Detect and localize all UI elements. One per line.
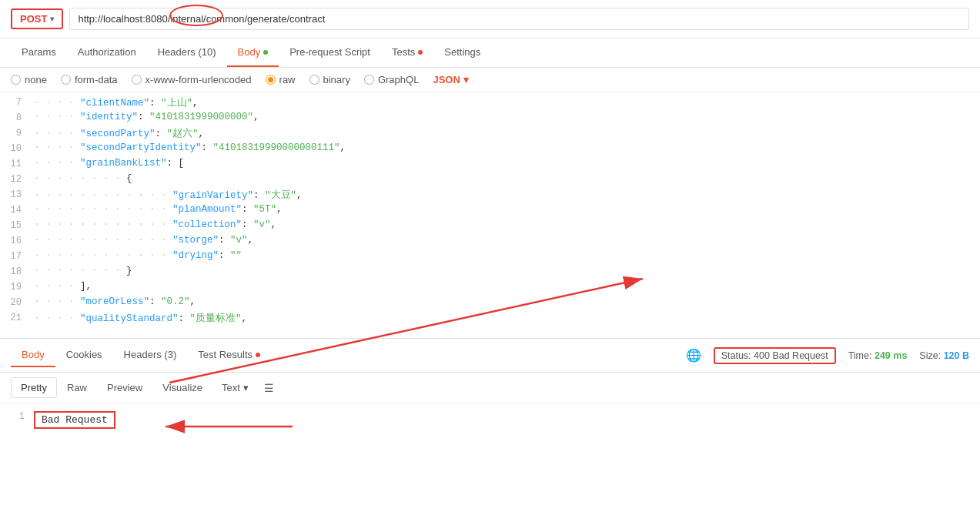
radio-graphql bbox=[364, 75, 374, 85]
json-chevron-icon: ▾ bbox=[463, 74, 469, 85]
code-line-21: 21 · · · · "qualityStandard": "质量标准", bbox=[0, 311, 980, 326]
code-line-9: 9 · · · · "secondParty": "赵六", bbox=[0, 126, 980, 142]
body-type-raw[interactable]: raw bbox=[266, 74, 296, 85]
fmt-tab-preview[interactable]: Preview bbox=[97, 377, 152, 398]
tab-pre-request[interactable]: Pre-request Script bbox=[279, 38, 381, 67]
code-line-10: 10 · · · · "secondPartyIdentity": "41018… bbox=[0, 142, 980, 157]
radio-form-data bbox=[61, 75, 71, 85]
body-type-form-data[interactable]: form-data bbox=[61, 74, 118, 85]
radio-raw bbox=[266, 75, 276, 85]
code-line-19: 19 · · · · ], bbox=[0, 280, 980, 296]
code-line-12: 12 · · · · · · · · { bbox=[0, 172, 980, 188]
tab-headers[interactable]: Headers (10) bbox=[147, 38, 227, 67]
fmt-tab-visualize[interactable]: Visualize bbox=[152, 377, 212, 398]
response-size-label: Size: 120 B bbox=[919, 350, 969, 361]
test-results-dot-icon bbox=[256, 353, 260, 357]
tab-params[interactable]: Params bbox=[11, 38, 67, 67]
tab-settings[interactable]: Settings bbox=[433, 38, 491, 67]
tab-authorization[interactable]: Authorization bbox=[67, 38, 147, 67]
body-type-urlencoded[interactable]: x-www-form-urlencoded bbox=[132, 74, 252, 85]
body-type-bar: none form-data x-www-form-urlencoded raw… bbox=[0, 68, 980, 92]
code-line-8: 8 · · · · "identity": "4101831999000000"… bbox=[0, 111, 980, 126]
tab-body[interactable]: Body bbox=[227, 38, 279, 67]
tests-dot-icon bbox=[418, 50, 423, 55]
response-tab-bar: Body Cookies Headers (3) Test Results 🌐 … bbox=[0, 339, 980, 373]
response-section: Body Cookies Headers (3) Test Results 🌐 … bbox=[0, 339, 980, 460]
status-badge: Status: 400 Bad Request bbox=[714, 347, 836, 364]
response-body: 1 Bad Request bbox=[0, 403, 980, 460]
code-line-20: 20 · · · · "moreOrLess": "0.2", bbox=[0, 296, 980, 311]
diagonal-arrow-svg bbox=[0, 429, 980, 460]
body-type-graphql[interactable]: GraphQL bbox=[364, 74, 419, 85]
wrap-lines-icon[interactable]: ☰ bbox=[264, 382, 274, 394]
radio-urlencoded bbox=[132, 75, 142, 85]
request-body-editor[interactable]: 7 · · · · "clientName": "上山", 8 · · · · … bbox=[0, 92, 980, 339]
radio-none bbox=[11, 75, 21, 85]
body-type-binary[interactable]: binary bbox=[309, 74, 350, 85]
response-status-area: 🌐 Status: 400 Bad Request Time: 249 ms S… bbox=[686, 347, 969, 364]
url-bar: POST ▾ bbox=[0, 0, 980, 38]
tab-tests[interactable]: Tests bbox=[381, 38, 433, 67]
resp-tab-cookies[interactable]: Cookies bbox=[55, 343, 113, 367]
response-line-1: 1 Bad Request bbox=[11, 411, 969, 429]
fmt-tab-pretty[interactable]: Pretty bbox=[11, 377, 57, 398]
json-format-selector[interactable]: JSON ▾ bbox=[433, 74, 468, 85]
text-format-dropdown[interactable]: Text ▾ bbox=[212, 378, 258, 397]
code-line-15: 15 · · · · · · · · · · · · "collection":… bbox=[0, 219, 980, 234]
globe-icon: 🌐 bbox=[686, 348, 701, 363]
resp-tab-test-results[interactable]: Test Results bbox=[187, 343, 271, 367]
code-line-11: 11 · · · · "grainBankList": [ bbox=[0, 157, 980, 172]
code-line-16: 16 · · · · · · · · · · · · "storge": "v"… bbox=[0, 234, 980, 249]
resp-tab-headers[interactable]: Headers (3) bbox=[113, 343, 188, 367]
code-line-18: 18 · · · · · · · · } bbox=[0, 265, 980, 280]
method-label: POST bbox=[20, 13, 47, 25]
request-tab-bar: Params Authorization Headers (10) Body P… bbox=[0, 38, 980, 68]
bad-request-box: Bad Request bbox=[34, 411, 115, 429]
fmt-tab-raw[interactable]: Raw bbox=[57, 377, 97, 398]
code-line-17: 17 · · · · · · · · · · · · "drying": "" bbox=[0, 249, 980, 265]
url-input[interactable] bbox=[69, 8, 969, 30]
method-selector[interactable]: POST ▾ bbox=[11, 8, 63, 29]
response-format-bar: Pretty Raw Preview Visualize Text ▾ ☰ bbox=[0, 373, 980, 403]
body-type-none[interactable]: none bbox=[11, 74, 47, 85]
body-dot-icon bbox=[263, 50, 268, 55]
text-chevron-icon: ▾ bbox=[243, 382, 249, 393]
code-line-7: 7 · · · · "clientName": "上山", bbox=[0, 95, 980, 111]
method-chevron-icon: ▾ bbox=[50, 15, 54, 23]
resp-tab-body[interactable]: Body bbox=[11, 343, 55, 367]
code-line-14: 14 · · · · · · · · · · · · "planAmount":… bbox=[0, 203, 980, 219]
code-line-13: 13 · · · · · · · · · · · · "grainVariety… bbox=[0, 188, 980, 203]
response-time-label: Time: 249 ms bbox=[848, 350, 908, 361]
radio-binary bbox=[309, 75, 319, 85]
